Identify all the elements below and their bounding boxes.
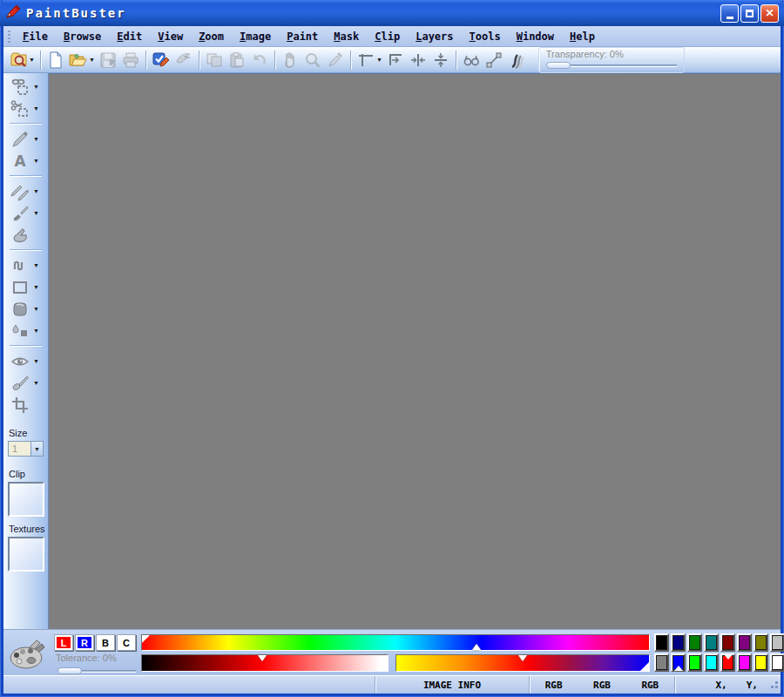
preferences-button[interactable] <box>150 49 172 71</box>
palette-swatch[interactable] <box>654 633 669 652</box>
palette-swatch[interactable] <box>770 653 784 672</box>
menu-zoom[interactable]: Zoom <box>191 28 232 45</box>
curve-tool-button[interactable]: ▼ <box>3 254 48 276</box>
menu-window[interactable]: Window <box>509 28 562 45</box>
pens-dropdown-arrow-icon[interactable]: ▼ <box>33 188 39 194</box>
rounded-rect-dropdown-arrow-icon[interactable]: ▼ <box>33 306 39 312</box>
select-marquee-dropdown-arrow-icon[interactable]: ▼ <box>33 84 39 90</box>
fill-dropdown-arrow-icon[interactable]: ▼ <box>33 328 39 334</box>
text-tool-button[interactable]: A▼ <box>3 150 48 172</box>
tolerance-thumb[interactable] <box>57 667 82 674</box>
path-node-button[interactable] <box>483 49 505 71</box>
palette-swatch[interactable] <box>671 653 686 672</box>
pens-tool-button[interactable]: ▼ <box>3 180 48 202</box>
smear-dropdown-arrow-icon[interactable]: ▼ <box>33 380 39 386</box>
textures-preview[interactable] <box>8 537 44 572</box>
brush-tool-button[interactable]: ▼ <box>3 202 48 224</box>
menu-help[interactable]: Help <box>562 28 603 45</box>
open-button[interactable]: ▼ <box>67 49 97 71</box>
browse-button[interactable]: ▼ <box>7 49 37 71</box>
maximize-button[interactable] <box>740 4 759 23</box>
cut-selection-tool-button[interactable]: ▼ <box>3 98 48 119</box>
palette-swatch[interactable] <box>720 633 735 652</box>
select-marquee-tool-button[interactable]: ▼ <box>3 76 48 98</box>
close-button[interactable]: ✕ <box>760 4 779 23</box>
palette-swatch[interactable] <box>687 653 702 672</box>
clip-preview[interactable] <box>8 482 44 517</box>
palette-swatch[interactable] <box>754 633 768 652</box>
transparency-slider[interactable] <box>546 61 677 69</box>
menu-browse[interactable]: Browse <box>56 28 109 45</box>
palette-swatch[interactable] <box>754 653 768 672</box>
save-button[interactable] <box>97 49 119 71</box>
pencil-dropdown-arrow-icon[interactable]: ▼ <box>33 136 39 142</box>
tint-marker[interactable] <box>518 655 527 661</box>
glove-tool-button[interactable] <box>3 224 48 246</box>
palette-swatch[interactable] <box>704 633 719 652</box>
smear-tool-button[interactable]: ▼ <box>3 372 48 394</box>
align-center-h-button[interactable] <box>407 49 429 71</box>
size-dropdown[interactable]: 1 ▼ <box>8 441 44 457</box>
eyedropper-button[interactable] <box>324 49 347 71</box>
mode-r-button[interactable]: R <box>75 634 94 651</box>
measure-button[interactable]: ▼ <box>355 49 384 71</box>
tint-bar[interactable] <box>395 654 650 672</box>
zoom-button[interactable] <box>301 49 324 71</box>
browse-dropdown-arrow-icon[interactable]: ▼ <box>29 57 35 63</box>
pencil-tool-button[interactable]: ▼ <box>3 128 48 150</box>
menubar-grip[interactable] <box>8 30 10 43</box>
tolerance-slider[interactable] <box>57 667 136 674</box>
resize-grip[interactable] <box>768 679 779 692</box>
palette-swatch[interactable] <box>671 633 686 652</box>
menu-view[interactable]: View <box>150 28 191 45</box>
red-eye-dropdown-arrow-icon[interactable]: ▼ <box>33 358 39 364</box>
undo-button[interactable] <box>248 49 271 71</box>
menu-mask[interactable]: Mask <box>326 28 367 45</box>
palette-swatch[interactable] <box>737 653 752 672</box>
open-dropdown-arrow-icon[interactable]: ▼ <box>89 57 95 63</box>
menu-tools[interactable]: Tools <box>462 28 509 45</box>
palette-swatch[interactable] <box>704 653 719 672</box>
eagle-button[interactable] <box>172 49 195 71</box>
menu-file[interactable]: File <box>15 28 56 45</box>
mode-c-button[interactable]: C <box>117 634 136 651</box>
paste-button[interactable] <box>226 49 248 71</box>
align-left-button[interactable] <box>384 49 407 71</box>
shade-marker[interactable] <box>258 655 267 661</box>
blend-button[interactable] <box>505 49 528 71</box>
copy-button[interactable] <box>203 49 226 71</box>
curve-dropdown-arrow-icon[interactable]: ▼ <box>33 262 39 268</box>
preview-glasses-button[interactable] <box>460 49 483 71</box>
print-button[interactable] <box>119 49 142 71</box>
mode-l-button[interactable]: L <box>54 634 73 651</box>
palette-swatch[interactable] <box>737 633 752 652</box>
palette-swatch[interactable] <box>687 633 702 652</box>
pan-button[interactable] <box>279 49 301 71</box>
palette-swatch[interactable] <box>654 653 669 672</box>
new-button[interactable] <box>44 49 67 71</box>
menu-clip[interactable]: Clip <box>367 28 408 45</box>
mode-b-button[interactable]: B <box>96 634 115 651</box>
palette-swatch[interactable] <box>770 633 784 652</box>
menu-image[interactable]: Image <box>232 28 279 45</box>
palette-swatch[interactable] <box>720 653 735 672</box>
size-dropdown-arrow-icon[interactable]: ▼ <box>30 442 43 456</box>
brush-dropdown-arrow-icon[interactable]: ▼ <box>33 210 39 216</box>
rounded-rect-tool-button[interactable]: ▼ <box>3 298 48 320</box>
align-center-v-button[interactable] <box>429 49 452 71</box>
menu-edit[interactable]: Edit <box>109 28 150 45</box>
minimize-button[interactable] <box>720 4 739 23</box>
menu-layers[interactable]: Layers <box>408 28 461 45</box>
hue-marker[interactable] <box>472 644 481 650</box>
rectangle-dropdown-arrow-icon[interactable]: ▼ <box>33 284 39 290</box>
crop-tool-button[interactable] <box>3 394 48 416</box>
transparency-thumb[interactable] <box>546 62 571 69</box>
shade-bar[interactable] <box>141 654 389 672</box>
fill-tool-button[interactable]: ▼ <box>3 320 48 342</box>
measure-dropdown-arrow-icon[interactable]: ▼ <box>376 57 382 63</box>
cut-selection-dropdown-arrow-icon[interactable]: ▼ <box>33 105 39 112</box>
rectangle-tool-button[interactable]: ▼ <box>3 276 48 298</box>
text-dropdown-arrow-icon[interactable]: ▼ <box>33 158 39 164</box>
red-eye-tool-button[interactable]: ▼ <box>3 350 48 372</box>
hue-bar[interactable] <box>141 634 650 651</box>
